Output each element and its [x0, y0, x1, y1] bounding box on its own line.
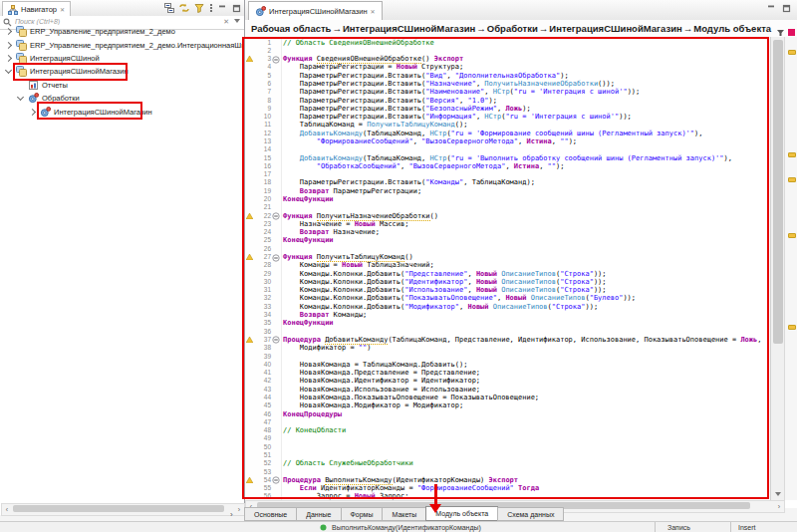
tabs-overflow-icon[interactable]: ›: [230, 510, 233, 519]
code-line[interactable]: 2: [245, 47, 770, 55]
code-line[interactable]: 46КонецПроцедуры: [245, 410, 770, 418]
code-line[interactable]: 23 Назначение = Новый Массив;: [245, 220, 770, 228]
code-line[interactable]: 5 ПараметрыРегистрации.Вставить("Вид", "…: [245, 72, 770, 80]
filter-icon[interactable]: [194, 3, 204, 13]
page-tab-Формы[interactable]: Формы: [341, 507, 384, 521]
code-line[interactable]: 4 ПараметрыРегистрации = Новый Структура…: [245, 63, 770, 71]
page-tab-Данные[interactable]: Данные: [296, 507, 341, 521]
code-line[interactable]: 22Функция ПолучитьНазначениеОбработки(): [245, 212, 770, 220]
warning-marker[interactable]: [788, 325, 796, 330]
fold-collapse-icon[interactable]: [272, 212, 280, 220]
chevron-right-icon[interactable]: [5, 28, 12, 35]
editor-tab[interactable]: ИнтеграцияСШинойМагазин ✕: [248, 1, 383, 20]
code-line[interactable]: 54Процедура ВыполнитьКоманду(Идентификат…: [245, 476, 770, 484]
breadcrumb-segment[interactable]: ИнтеграцияСШинойМагазин: [343, 23, 475, 34]
code-line[interactable]: 33 Команды.Колонки.Добавить("Модификатор…: [245, 303, 770, 311]
code-line[interactable]: 30 Команды.Колонки.Добавить("Идентификат…: [245, 278, 770, 286]
chevron-down-icon[interactable]: [5, 67, 12, 74]
code-line[interactable]: 32 Команды.Колонки.Добавить("ПоказыватьО…: [245, 294, 770, 302]
tree-item-ERP_Управление_предприятием_2_демо[interactable]: ERP_Управление_предприятием_2_демо: [0, 25, 244, 38]
code-line[interactable]: 12 ДобавитьКоманду(ТаблицаКоманд, НСтр("…: [245, 130, 770, 137]
code-line[interactable]: 49: [245, 434, 770, 442]
code-line[interactable]: 28 Команды = Новый ТаблицаЗначений;: [245, 261, 770, 269]
code-line[interactable]: 3Функция СведенияОВнешнейОбработке() Экс…: [245, 55, 770, 63]
code-line[interactable]: 6 ПараметрыРегистрации.Вставить("Назначе…: [245, 80, 770, 88]
code-line[interactable]: 1// Область СведенияОВнешнейОбработке: [245, 39, 770, 47]
maximize-icon[interactable]: [782, 4, 791, 13]
collapse-all-icon[interactable]: [164, 3, 174, 13]
code-line[interactable]: 40 НоваяКоманда = ТаблицаКоманд.Добавить…: [245, 361, 770, 369]
warning-marker[interactable]: [788, 50, 796, 55]
warning-marker[interactable]: [788, 233, 796, 238]
code-line[interactable]: 50: [245, 443, 770, 451]
code-line[interactable]: 8 ПараметрыРегистрации.Вставить("Версия"…: [245, 97, 770, 105]
scroll-thumb[interactable]: [773, 40, 783, 344]
minimize-icon[interactable]: [767, 4, 776, 13]
code-line[interactable]: 16 "ОбработкаСообщений", "ВызовСерверног…: [245, 162, 770, 170]
warning-marker[interactable]: [788, 152, 796, 157]
breadcrumb-path[interactable]: Рабочая область→ИнтеграцияСШинойМагазин→…: [251, 23, 771, 34]
page-tab-Макеты[interactable]: Макеты: [382, 507, 426, 521]
code-line[interactable]: 34 Возврат Команды;: [245, 311, 770, 319]
minimize-icon[interactable]: [218, 4, 227, 13]
tree-item-ИнтеграцияСШиной[interactable]: ИнтеграцияСШиной: [0, 52, 244, 65]
scroll-right-icon[interactable]: ›: [774, 501, 784, 512]
view-menu-icon[interactable]: [209, 3, 213, 13]
code-line[interactable]: 35КонецФункции: [245, 319, 770, 327]
chevron-right-icon[interactable]: [5, 55, 12, 62]
close-icon[interactable]: ✕: [371, 8, 376, 15]
code-editor[interactable]: 1// Область СведенияОВнешнейОбработке23Ф…: [245, 37, 770, 500]
annotations-icon[interactable]: [777, 29, 784, 36]
code-line[interactable]: 19 Возврат ПараметрыРегистрации;: [245, 187, 770, 195]
code-line[interactable]: 7 ПараметрыРегистрации.Вставить("Наимено…: [245, 88, 770, 96]
tree-item-ERP_Управление_предприятием_2_демо.ИнтеграционнаяШина[interactable]: ERP_Управление_предприятием_2_демо.Интег…: [0, 38, 244, 51]
code-line[interactable]: 52// Область СлужебныеОбработчики: [245, 459, 770, 467]
code-line[interactable]: 14: [245, 145, 770, 153]
code-line[interactable]: 29 Команды.Колонки.Добавить("Представлен…: [245, 270, 770, 278]
code-line[interactable]: 17: [245, 170, 770, 178]
code-line[interactable]: 45 НоваяКоманда.Модификатор = Модификато…: [245, 401, 770, 409]
code-line[interactable]: 53: [245, 468, 770, 476]
code-line[interactable]: 43 НоваяКоманда.Использование = Использо…: [245, 386, 770, 394]
code-line[interactable]: 11 ТаблицаКоманд = ПолучитьТаблицуКоманд…: [245, 121, 770, 129]
breadcrumb-segment[interactable]: Модуль объекта: [693, 23, 771, 34]
chevron-down-icon[interactable]: [234, 19, 240, 23]
breadcrumb-segment[interactable]: Рабочая область: [251, 23, 331, 34]
breadcrumb-segment[interactable]: ИнтеграцияСШинойМагазин: [549, 23, 681, 34]
code-line[interactable]: 42 НоваяКоманда.Идентификатор = Идентифи…: [245, 377, 770, 385]
tree-item-ИнтеграцияСШинойМагазин[interactable]: ИнтеграцияСШинойМагазин: [0, 65, 244, 78]
navigator-horizontal-scrollbar[interactable]: ‹ ›: [1, 503, 245, 516]
code-line[interactable]: 25КонецФункции: [245, 236, 770, 244]
scroll-right-icon[interactable]: ›: [234, 504, 244, 515]
tab-navigator[interactable]: Навигатор ✕: [2, 1, 71, 17]
code-line[interactable]: 31 Команды.Колонки.Добавить("Использован…: [245, 286, 770, 294]
scroll-thumb[interactable]: [13, 505, 224, 512]
tree-item-Обработки[interactable]: Обработки: [0, 92, 244, 105]
page-tab-Основные[interactable]: Основные: [244, 507, 297, 521]
code-line[interactable]: 21: [245, 203, 770, 211]
code-line[interactable]: 20КонецФункции: [245, 195, 770, 203]
code-line[interactable]: 48// КонецОбласти: [245, 426, 770, 434]
code-line[interactable]: 37Процедура ДобавитьКоманду(ТаблицаКоман…: [245, 336, 770, 344]
code-line[interactable]: 55 Если ИдентификаторКоманды = "Формиров…: [245, 484, 770, 492]
code-line[interactable]: 27Функция ПолучитьТаблицуКоманд(): [245, 253, 770, 261]
chevron-right-icon[interactable]: [29, 109, 36, 116]
code-line[interactable]: 9 ПараметрыРегистрации.Вставить("Безопас…: [245, 105, 770, 113]
tree-item-ИнтеграцияСШинойМагазин[interactable]: ИнтеграцияСШинойМагазин: [0, 105, 244, 118]
code-line[interactable]: 24 Возврат Назначение;: [245, 228, 770, 236]
chevron-down-icon[interactable]: [17, 94, 24, 101]
code-line[interactable]: 38 Модификатор = ""): [245, 344, 770, 352]
close-icon[interactable]: ✕: [60, 6, 65, 13]
chevron-right-icon[interactable]: [5, 42, 12, 49]
code-line[interactable]: 39: [245, 353, 770, 361]
code-line[interactable]: 13 "ФормированиеСообщений", "ВызовСервер…: [245, 137, 770, 145]
code-line[interactable]: 44 НоваяКоманда.ПоказыватьОповещение = П…: [245, 394, 770, 401]
page-tab-Схема данных[interactable]: Схема данных: [497, 507, 564, 521]
code-line[interactable]: 18 ПараметрыРегистрации.Вставить("Команд…: [245, 178, 770, 186]
code-line[interactable]: 41 НоваяКоманда.Представление = Представ…: [245, 369, 770, 377]
code-line[interactable]: 15 ДобавитьКоманду(ТаблицаКоманд, НСтр("…: [245, 154, 770, 162]
warning-marker[interactable]: [788, 177, 796, 182]
editor-vertical-scrollbar[interactable]: [770, 37, 785, 500]
scroll-left-icon[interactable]: ‹: [2, 504, 12, 515]
tree-item-Отчеты[interactable]: Отчеты: [0, 79, 244, 92]
